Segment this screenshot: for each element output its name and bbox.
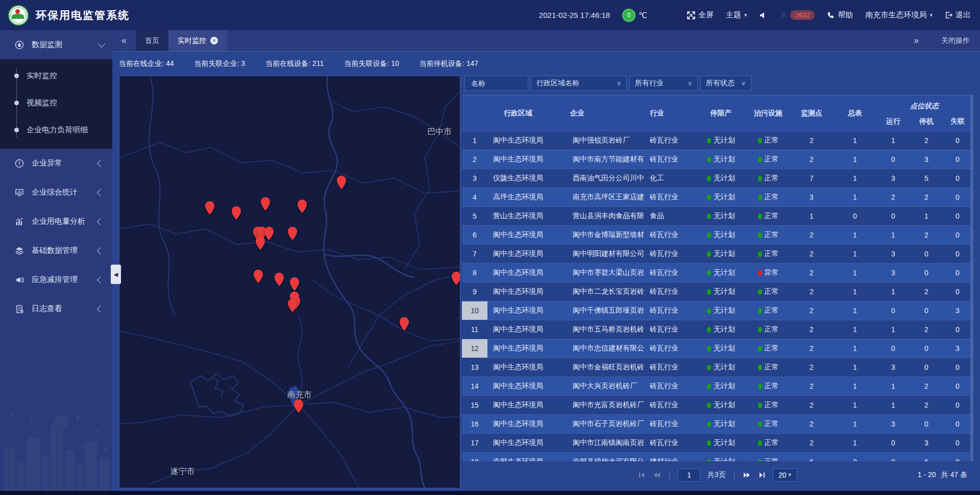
sidebar-item-应急减排管理[interactable]: 应急减排管理 — [0, 265, 112, 294]
sidebar-item-数据监测[interactable]: 数据监测 — [0, 30, 112, 59]
sidebar-item-企业综合统计[interactable]: 企业综合统计 — [0, 178, 112, 207]
table-row[interactable]: 6阆中生态环境局阆中市金博瑞新型墙材砖瓦行业无计划正常21120 — [462, 225, 973, 244]
sidebar-item-企业异常[interactable]: 企业异常 — [0, 149, 112, 178]
temperature-unit: ℃ — [639, 11, 647, 20]
sidebar-item-企业用电量分析[interactable]: 企业用电量分析 — [0, 207, 112, 236]
table-row[interactable]: 15阆中生态环境局阆中市光富页岩机砖厂砖瓦行业无计划正常21120 — [462, 395, 973, 414]
table-row[interactable]: 12阆中生态环境局阆中市忠信建材有限公砖瓦行业无计划正常21003 — [462, 339, 973, 358]
table-row[interactable]: 14阆中生态环境局阆中大兴页岩机砖厂砖瓦行业无计划正常21120 — [462, 376, 973, 395]
map-canvas[interactable]: 巴中市南充市遂宁市 — [119, 76, 460, 488]
col-header-running: 运行 — [875, 112, 911, 131]
logout-button[interactable]: 退出 — [945, 10, 971, 20]
first-page-button[interactable] — [638, 472, 646, 479]
map-pin[interactable] — [451, 271, 460, 286]
sidebar-subitem-视频监控[interactable]: 视频监控 — [0, 89, 112, 116]
fullscreen-button[interactable]: 全屏 — [687, 10, 714, 20]
table-row[interactable]: 13阆中生态环境局阆中市金福旺页岩机砖砖瓦行业无计划正常21300 — [462, 358, 973, 376]
sound-icon[interactable] — [760, 12, 768, 19]
table-row[interactable]: 2阆中生态环境局阆中市南方节能建材有砖瓦行业无计划正常21030 — [462, 150, 973, 169]
cell-index: 3 — [462, 169, 487, 187]
table-row[interactable]: 16阆中生态环境局阆中市石子页岩机砖厂砖瓦行业无计划正常21300 — [462, 414, 973, 433]
cell-points: 2 — [789, 150, 835, 169]
cell-district: 阆中生态环境局 — [487, 245, 549, 263]
map-pin[interactable] — [264, 226, 274, 241]
cell-company: 南部县砚华水泥有限公 — [549, 453, 646, 461]
cell-facility-label: 正常 — [765, 136, 779, 145]
cell-lost: 0 — [942, 415, 973, 433]
map-pin[interactable] — [260, 197, 271, 211]
sidebar-item-日志查看[interactable]: 日志查看 — [0, 294, 112, 323]
tabs-scroll-left-button[interactable]: « — [112, 30, 136, 51]
cell-facility: 正常 — [748, 415, 789, 433]
industry-filter-select[interactable]: 所有行业 ∨ — [629, 76, 698, 91]
map-pin[interactable] — [289, 277, 300, 291]
close-operations-button[interactable]: 关闭操作 — [941, 36, 970, 45]
map-pin[interactable] — [287, 298, 298, 313]
table-row[interactable]: 5营山生态环境局营山县润丰肉食品有限食品无计划正常10010 — [462, 206, 973, 225]
status-dot-icon — [707, 138, 711, 144]
sidebar-subitem-实时监控[interactable]: 实时监控 — [0, 62, 112, 89]
status-dot-icon — [758, 365, 762, 370]
cell-limit-label: 无计划 — [714, 306, 735, 315]
map-pin[interactable] — [336, 175, 347, 190]
map-pin[interactable] — [293, 399, 304, 413]
status-dot-icon — [707, 232, 711, 238]
cell-running: 2 — [875, 188, 911, 206]
table-row[interactable]: 3仪陇生态环境局西南油气田分公司川中化工无计划正常71350 — [462, 169, 973, 187]
sidebar-collapse-button[interactable]: ◀ — [111, 265, 121, 284]
sidebar-item-基础数据管理[interactable]: 基础数据管理 — [0, 236, 112, 265]
close-tab-icon[interactable]: × — [210, 37, 218, 44]
table-row[interactable]: 10阆中生态环境局阆中千佛镇五郎垭页岩砖瓦行业无计划正常21003 — [462, 301, 973, 320]
cell-limit-label: 无计划 — [714, 268, 735, 277]
org-menu-button[interactable]: 南充市生态环境局 ▾ — [865, 10, 933, 20]
tab-首页[interactable]: 首页 — [136, 30, 168, 51]
map-pin[interactable] — [253, 269, 263, 284]
cell-index: 1 — [462, 131, 487, 150]
cell-lost: 3 — [942, 301, 973, 320]
map-pin[interactable] — [274, 272, 284, 287]
cell-meters: 0 — [835, 453, 875, 461]
industry-filter-value: 所有行业 — [635, 79, 664, 88]
cell-stopped: 0 — [911, 301, 942, 320]
app-header: 环保用电监管系统 2021-02-25 17:46:18 0 ℃ 全屏 主题 ▾ — [0, 0, 980, 30]
table-row[interactable]: 17阆中生态环境局阆中市江南镇阆南页岩砖瓦行业无计划正常21030 — [462, 433, 973, 452]
table-row[interactable]: 18南部生态环境局南部县砚华水泥有限公建材行业无计划正常60060 — [462, 452, 973, 461]
notifications-button[interactable]: 2632 — [780, 10, 815, 20]
page-size-select[interactable]: 20 ▾ — [773, 468, 797, 482]
table-row[interactable]: 11阆中生态环境局阆中市五马桥页岩机砖砖瓦行业无计划正常21120 — [462, 320, 973, 339]
status-dot-icon — [758, 384, 762, 389]
cell-index: 8 — [462, 264, 487, 282]
cell-stopped: 5 — [911, 169, 942, 187]
page-number-input[interactable]: 1 — [678, 468, 700, 482]
map-pin[interactable] — [255, 236, 265, 250]
map-pin[interactable] — [399, 317, 409, 331]
cell-points: 7 — [789, 169, 835, 187]
status-filter-select[interactable]: 所有状态 ∨ — [700, 76, 751, 91]
table-row[interactable]: 8阆中生态环境局阆中市枣碧大梁山页岩砖瓦行业无计划异常21300 — [462, 263, 973, 282]
tabs-scroll-right-button[interactable]: » — [904, 35, 928, 46]
table-row[interactable]: 7阆中生态环境局阆中明阳建材有限公司砖瓦行业无计划正常21300 — [462, 244, 973, 263]
sidebar-subitem-企业电力负荷明细[interactable]: 企业电力负荷明细 — [0, 116, 112, 144]
map-pin[interactable] — [231, 206, 241, 220]
help-button[interactable]: 帮助 — [827, 10, 853, 20]
table-row[interactable]: 4高坪生态环境局南充市高坪区王家店建砖瓦行业无计划正常31220 — [462, 187, 973, 206]
prev-page-button[interactable] — [653, 472, 661, 479]
map-pin[interactable] — [287, 226, 298, 241]
map-pin[interactable] — [297, 199, 307, 214]
last-page-button[interactable] — [758, 472, 766, 479]
name-filter-input[interactable] — [470, 79, 523, 88]
map-pin[interactable] — [205, 201, 215, 215]
table-row[interactable]: 9阆中生态环境局阆中市二龙长宝页岩砖砖瓦行业无计划正常21120 — [462, 282, 973, 301]
cell-meters: 1 — [835, 339, 875, 358]
table-row[interactable]: 1阆中生态环境局阆中强锐页岩砖厂砖瓦行业无计划正常21120 — [462, 131, 973, 150]
cell-facility: 异常 — [748, 264, 789, 282]
next-page-button[interactable] — [743, 472, 751, 479]
cell-limit-label: 无计划 — [714, 155, 735, 164]
theme-button[interactable]: 主题 ▾ — [726, 10, 747, 20]
tab-实时监控[interactable]: 实时监控× — [168, 30, 227, 51]
cell-industry: 砖瓦行业 — [646, 358, 694, 376]
sidebar-item-label: 数据监测 — [32, 40, 92, 50]
region-filter-select[interactable]: 行政区域名称 ∨ — [531, 76, 627, 91]
cell-stopped: 1 — [911, 207, 942, 225]
table-scrollbar[interactable] — [970, 95, 973, 461]
